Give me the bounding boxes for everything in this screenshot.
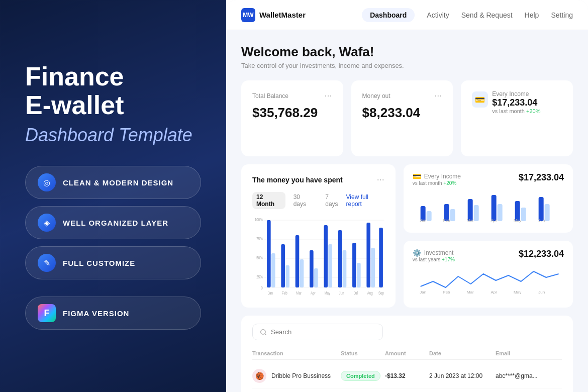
svg-rect-25 [371,248,375,287]
cards-row: Total Balance ··· $35,768.29 Money out ·… [241,80,573,156]
svg-text:Sep: Sep [378,290,384,296]
total-balance-label: Total Balance ··· [252,90,332,101]
feature-organized-button[interactable]: ◈ WELL ORGANIZED LAYER [25,206,201,239]
transaction-section: Transaction Status Amount Date Email 🏀 D… [241,316,573,392]
spending-chart-card: The money you have spent ··· 12 Month 30… [241,164,396,308]
left-panel: Finance E-wallet Dashboard Template ◎ CL… [0,0,226,392]
tab-7days[interactable]: 7 days [321,192,346,209]
nav-help[interactable]: Help [525,9,539,21]
transaction-amount-dribbble: -$13.32 [385,372,429,379]
svg-text:Jan: Jan [420,290,426,294]
chart-title: The money you have spent [252,176,343,184]
every-income-card: 💳 Every Income $17,233.04 vs last month … [461,80,573,156]
right-cards: 💳 Every Income vs last month +20% $17,23… [404,164,573,308]
th-status: Status [341,350,385,356]
chart-section: The money you have spent ··· 12 Month 30… [241,164,573,308]
svg-rect-37 [426,211,431,221]
investment-line-chart: Jan Feb Mar Apr May Jun [413,266,564,294]
svg-text:100%: 100% [255,217,263,222]
money-out-card: Money out ··· $8,233.04 [351,80,453,156]
main-title: Finance E-wallet [25,62,201,120]
svg-rect-26 [379,228,383,287]
svg-text:Jun: Jun [538,218,545,223]
clean-icon: ◎ [38,173,56,191]
svg-rect-16 [310,250,314,287]
navbar: MW WalletMaster Dashboard Activity Send … [226,0,588,30]
svg-text:Mar: Mar [466,290,473,294]
organized-icon: ◈ [38,214,56,232]
search-input[interactable] [271,328,355,336]
money-out-value: $8,233.04 [362,105,442,121]
investment-mini-header: ⚙️ Investment vs last years +17% $12,233… [413,249,564,262]
svg-text:Feb: Feb [443,218,450,223]
feature-clean-label: CLEAN & MODERN DESIGN [63,178,173,187]
svg-text:Aug: Aug [367,290,373,296]
svg-text:Apr: Apr [491,218,497,223]
svg-rect-43 [497,204,502,221]
svg-rect-39 [450,209,455,221]
total-balance-menu[interactable]: ··· [325,90,332,101]
income-mini-vs: vs last month +20% [413,180,461,186]
svg-text:Jul: Jul [354,290,358,296]
svg-text:May: May [514,218,521,223]
svg-text:Mar: Mar [296,290,302,296]
income-mini-icon: 💳 [413,172,421,180]
income-bar-chart-small: Jan Feb Mar Apr May Jun [413,190,564,223]
tab-12month[interactable]: 12 Month [252,192,285,209]
chart-menu[interactable]: ··· [377,174,384,185]
logo-text: WalletMaster [259,11,306,19]
income-mini-header: 💳 Every Income vs last month +20% $17,23… [413,172,564,186]
dribbble-icon: 🏀 [252,369,266,383]
svg-text:Apr: Apr [311,290,316,296]
svg-rect-41 [473,205,478,221]
money-out-label: Money out ··· [362,90,442,101]
figma-button[interactable]: F FIGMA VERSION [25,297,201,330]
svg-text:Apr: Apr [491,290,497,294]
svg-rect-24 [366,223,370,287]
svg-text:Feb: Feb [443,290,450,294]
svg-text:Jan: Jan [420,218,426,223]
nav-setting[interactable]: Setting [551,9,573,21]
svg-rect-22 [352,243,356,287]
svg-point-60 [261,329,265,334]
nav-links: Dashboard Activity Send & Request Help S… [362,8,573,22]
table-row: ♪ Spotify Completed -$7.22 9 Aug 2023 at… [252,388,562,392]
feature-clean-button[interactable]: ◎ CLEAN & MODERN DESIGN [25,166,201,199]
svg-rect-20 [338,230,342,287]
svg-rect-21 [343,250,347,287]
nav-dashboard[interactable]: Dashboard [362,8,415,22]
search-bar[interactable] [252,324,383,340]
welcome-title: Welcome back, Wafa! [241,44,573,60]
svg-text:50%: 50% [256,255,263,260]
table-row: 🏀 Dribble Pro Bussiness Completed -$13.3… [252,364,562,388]
investment-mini-value: $12,233.04 [519,249,564,259]
table-header: Transaction Status Amount Date Email [252,347,562,360]
investment-mini-label: ⚙️ Investment [413,249,455,257]
feature-organized-label: WELL ORGANIZED LAYER [63,219,168,227]
tab-30days[interactable]: 30 days [289,192,318,209]
right-panel: MW WalletMaster Dashboard Activity Send … [226,0,588,392]
total-balance-card: Total Balance ··· $35,768.29 [241,80,343,156]
svg-rect-47 [544,204,549,221]
every-income-vs: vs last month +20% [492,108,562,114]
view-full-report[interactable]: View full report [346,193,384,208]
svg-rect-10 [267,220,271,287]
nav-send-request[interactable]: Send & Request [461,9,513,21]
svg-rect-15 [300,259,304,287]
feature-customize-button[interactable]: ✎ FULL CUSTOMIZE [25,246,201,279]
income-mini-bars [472,119,562,144]
figma-label: FIGMA VERSION [63,309,129,318]
nav-activity[interactable]: Activity [427,9,449,21]
transaction-status-dribbble: Completed [341,371,385,381]
svg-rect-46 [538,197,543,221]
svg-text:Jan: Jan [268,290,273,296]
chart-tabs: 12 Month 30 days 7 days [252,192,346,209]
main-content: Welcome back, Wafa! Take control of your… [226,30,588,392]
money-out-menu[interactable]: ··· [434,90,442,101]
spending-bar-chart: 100% 75% 50% 25% 0 [252,215,384,296]
income-mini-card: 💳 Every Income vs last month +20% $17,23… [404,164,573,233]
search-icon [260,329,267,336]
th-amount: Amount [385,350,429,356]
svg-text:Jun: Jun [339,290,344,296]
investment-mini-icon: ⚙️ [413,249,421,257]
